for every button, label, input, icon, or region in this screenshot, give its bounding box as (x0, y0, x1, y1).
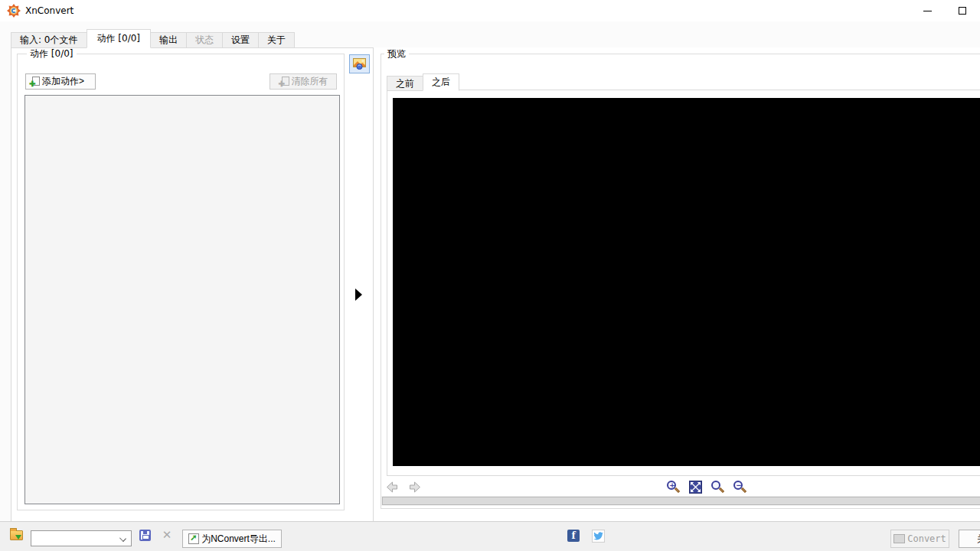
facebook-link[interactable]: f (567, 529, 580, 543)
clear-all-button: ✚ 清除所有 (270, 73, 337, 90)
picture-icon (353, 58, 366, 70)
actions-groupbox-title: 动作 [0/0] (27, 47, 77, 60)
tab-settings[interactable]: 设置 (222, 32, 259, 48)
fit-to-window-button[interactable] (688, 480, 703, 494)
open-preset-button[interactable] (9, 528, 23, 542)
maximize-button[interactable] (945, 0, 980, 21)
toggle-preview-button[interactable] (349, 54, 370, 73)
titlebar: XnConvert (0, 0, 980, 21)
scrollbar-thumb[interactable] (382, 497, 980, 505)
clear-all-label: 清除所有 (292, 75, 328, 88)
zoom-out-button[interactable]: − (733, 480, 747, 494)
previous-arrow-icon (385, 481, 399, 494)
action-list[interactable] (24, 95, 340, 504)
tab-status: 状态 (186, 32, 223, 48)
actions-groupbox: 动作 [0/0] ✚ 添加动作> ✚ 清除所有 (17, 54, 345, 510)
close-button-label: 关 (977, 533, 980, 546)
preview-groupbox-title: 预览 (384, 47, 409, 60)
convert-icon (893, 534, 905, 543)
maximize-icon (959, 7, 966, 15)
add-action-button[interactable]: ✚ 添加动作> (25, 73, 96, 90)
next-arrow-icon (408, 481, 422, 494)
previous-image-button (385, 481, 399, 494)
chevron-down-icon (119, 535, 126, 542)
tab-before[interactable]: 之前 (387, 76, 423, 91)
zoom-in-button[interactable]: + (666, 480, 681, 494)
facebook-icon: f (567, 530, 580, 542)
save-icon (139, 530, 151, 541)
preview-horizontal-scrollbar (381, 496, 980, 506)
preset-combobox[interactable] (31, 530, 132, 546)
preview-image[interactable] (393, 98, 980, 466)
minimize-button[interactable] (910, 0, 945, 21)
convert-button: Convert (890, 530, 949, 548)
main-tabbar: 输入: 0个文件 动作 [0/0] 输出 状态 设置 关于 (11, 31, 294, 48)
tab-input[interactable]: 输入: 0个文件 (11, 32, 87, 48)
save-preset-button[interactable] (138, 528, 152, 542)
tab-actions[interactable]: 动作 [0/0] (87, 29, 152, 48)
tab-about[interactable]: 关于 (258, 32, 295, 48)
add-action-icon: ✚ (29, 77, 40, 87)
next-image-button (408, 481, 422, 494)
preview-groupbox: 预览 之前 之后 + (381, 54, 980, 509)
zoom-original-button[interactable] (710, 480, 725, 494)
window-title: XnConvert (25, 0, 74, 21)
tab-output[interactable]: 输出 (150, 32, 187, 48)
export-to-nconvert-button[interactable]: ➚ 为NConvert导出... (182, 530, 282, 548)
delete-preset-button: ✕ (160, 528, 174, 542)
preview-tabbar: 之前 之后 (387, 73, 459, 91)
fit-to-window-icon (689, 481, 702, 494)
export-icon: ➚ (188, 533, 199, 544)
preview-toolbar: + − (381, 479, 980, 496)
tab-after[interactable]: 之后 (423, 73, 459, 91)
open-folder-icon (10, 530, 23, 540)
twitter-icon (592, 530, 605, 543)
close-button[interactable]: 关 (959, 530, 980, 548)
export-button-label: 为NConvert导出... (201, 533, 276, 546)
statusbar: ✕ ➚ 为NConvert导出... f Convert 关 (0, 522, 980, 551)
add-action-label: 添加动作> (42, 75, 84, 88)
twitter-link[interactable] (591, 529, 605, 543)
xnconvert-app-icon (7, 4, 21, 18)
minimize-icon (923, 11, 932, 11)
delete-icon: ✕ (162, 528, 172, 542)
splitter-collapse-arrow[interactable] (355, 289, 362, 301)
convert-button-label: Convert (907, 533, 946, 544)
clear-all-icon: ✚ (279, 77, 289, 87)
